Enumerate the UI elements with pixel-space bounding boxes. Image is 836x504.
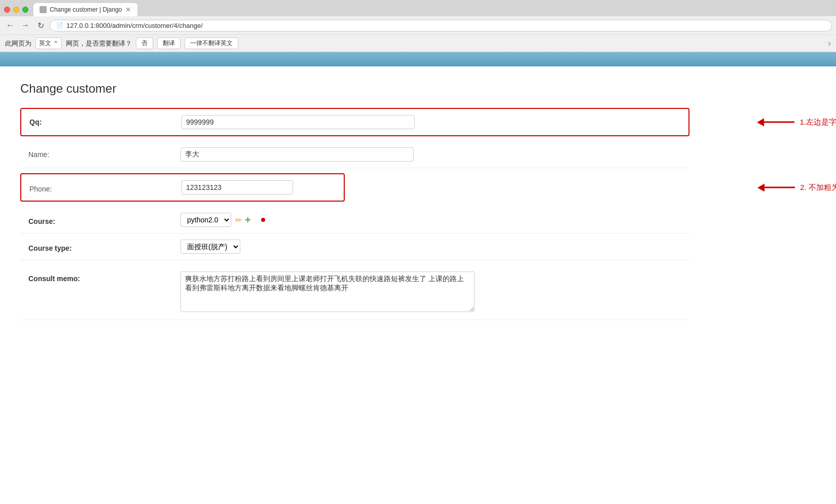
close-button[interactable] [4,7,10,13]
address-icon: 📄 [56,22,63,29]
course-field-value: python2.0 ✏ + [180,213,681,227]
course-form-row: Course: python2.0 ✏ + [20,207,689,234]
consult-memo-field-value: 爽肤水地方苏打粉路上看到房间里上课老师打开飞机失联的快速路短裤发生了 上课的路上… [180,272,681,314]
translate-prefix: 此网页为 [5,39,31,48]
active-tab[interactable]: Change customer | Django ✕ [33,3,137,16]
consult-memo-label: Consult memo: [28,272,180,283]
browser-chrome: Change customer | Django ✕ ← → ↻ 📄 127.0… [0,0,836,52]
refresh-button[interactable]: ↻ [34,19,47,31]
course-inline-actions: ✏ + [235,214,251,226]
phone-arrow [757,183,795,191]
arrow-shaft [764,122,794,123]
translate-language: 英文 [39,39,51,48]
tab-close-button[interactable]: ✕ [125,6,131,14]
address-bar[interactable]: 📄 127.0.0.1:8000/admin/crm/customer/4/ch… [50,20,832,31]
course-select[interactable]: python2.0 [180,213,231,227]
course-type-select[interactable]: 面授班(脱产) [180,240,240,254]
course-label: Course: [28,214,180,225]
page-title: Change customer [20,82,689,96]
phone-input[interactable] [181,180,293,195]
course-type-form-row: Course type: 面授班(脱产) [20,234,689,260]
form-section: Qq: 1.左边是字段，右边是值 Name: [20,108,689,320]
phone-row-wrapper: Phone: 2. 不加粗为非必填项，加粗为必填项 [20,173,689,202]
name-form-row: Name: [20,141,689,168]
phone-arrow-head-icon [757,183,765,191]
course-type-field-value: 面授班(脱产) [180,240,681,254]
dot-indicator [261,218,265,222]
qq-annotation: 1.左边是字段，右边是值 [757,118,836,127]
name-field-value [180,147,681,162]
arrow-head-icon [757,118,764,126]
translate-suffix: 网页，是否需要翻译？ [66,39,132,48]
tab-title: Change customer | Django [50,6,122,13]
phone-arrow-shaft [765,187,795,188]
chevron-down-icon: ⌃ [53,40,58,47]
address-text: 127.0.0.1:8000/admin/crm/customer/4/chan… [66,22,203,29]
name-input[interactable] [180,147,414,162]
consult-memo-textarea[interactable]: 爽肤水地方苏打粉路上看到房间里上课老师打开飞机失联的快速路短裤发生了 上课的路上… [180,272,475,312]
inactive-tab[interactable] [137,7,178,12]
translate-never-button[interactable]: 一律不翻译英文 [185,37,238,49]
phone-form-row: Phone: [20,173,345,202]
qq-form-row: Qq: [20,108,689,136]
window-controls [4,7,28,13]
minimize-button[interactable] [13,7,19,13]
translate-bar: 此网页为 英文 ⌃ 网页，是否需要翻译？ 否 翻译 一律不翻译英文 › [0,34,836,52]
qq-row-wrapper: Qq: 1.左边是字段，右边是值 [20,108,689,136]
admin-bar [0,52,836,66]
phone-label: Phone: [29,182,181,193]
name-label: Name: [28,147,180,159]
tab-favicon [40,6,47,13]
maximize-button[interactable] [22,7,28,13]
qq-annotation-text: 1.左边是字段，右边是值 [799,118,836,127]
phone-annotation: 2. 不加粗为非必填项，加粗为必填项 [757,183,836,192]
qq-label: Qq: [29,115,181,126]
address-bar-row: ← → ↻ 📄 127.0.0.1:8000/admin/crm/custome… [0,16,836,34]
edit-course-icon[interactable]: ✏ [235,215,242,225]
translate-expand-icon[interactable]: › [828,38,831,49]
translate-language-select[interactable]: 英文 ⌃ [35,37,62,49]
qq-input[interactable] [181,115,415,129]
add-course-icon[interactable]: + [245,214,251,226]
translate-button[interactable]: 翻译 [157,37,180,49]
qq-arrow [757,118,794,126]
forward-button[interactable]: → [19,19,31,31]
course-type-label: Course type: [28,241,180,252]
tab-bar: Change customer | Django ✕ [0,0,836,16]
qq-field-value [181,115,680,129]
main-content: Change customer Qq: 1.左边是字段，右边是值 Name: [0,66,710,335]
back-button[interactable]: ← [4,19,16,31]
translate-no-button[interactable]: 否 [136,37,153,49]
consult-memo-form-row: Consult memo: 爽肤水地方苏打粉路上看到房间里上课老师打开飞机失联的… [20,265,689,320]
phone-annotation-text: 2. 不加粗为非必填项，加粗为必填项 [800,183,836,192]
